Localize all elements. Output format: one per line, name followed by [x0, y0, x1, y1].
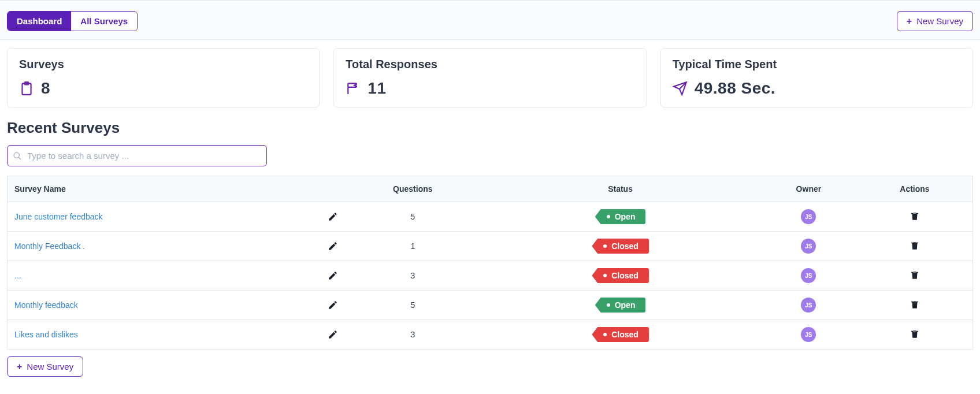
survey-link[interactable]: Likes and dislikes [14, 330, 78, 339]
status-dot-icon [607, 303, 610, 307]
th-questions: Questions [345, 176, 480, 202]
status-badge: Open [595, 209, 646, 224]
questions-cell: 3 [345, 261, 480, 291]
survey-link[interactable]: June customer feedback [14, 212, 103, 221]
survey-link[interactable]: Monthly feedback [14, 300, 78, 310]
stat-title: Surveys [19, 58, 307, 71]
table-row: June customer feedback 5 Open JS [8, 202, 973, 232]
tab-dashboard[interactable]: Dashboard [8, 12, 71, 31]
trash-icon[interactable] [910, 211, 920, 221]
search-input[interactable] [7, 145, 267, 166]
section-title: Recent Surveys [7, 119, 973, 137]
new-survey-label: New Survey [916, 16, 963, 26]
new-survey-button-top[interactable]: + New Survey [897, 11, 973, 31]
questions-cell: 3 [345, 320, 480, 350]
send-icon [673, 81, 688, 96]
status-dot-icon [603, 333, 607, 336]
status-label: Open [615, 212, 636, 221]
stat-value: 11 [368, 79, 386, 98]
tab-group: Dashboard All Surveys [7, 11, 138, 31]
edit-icon[interactable] [328, 270, 338, 281]
th-name: Survey Name [8, 176, 346, 202]
status-label: Open [615, 300, 636, 310]
status-dot-icon [607, 215, 610, 218]
owner-avatar: JS [801, 239, 816, 254]
trash-icon[interactable] [910, 329, 920, 339]
svg-line-3 [18, 157, 21, 159]
status-badge: Closed [592, 327, 649, 342]
status-label: Closed [611, 330, 639, 339]
owner-avatar: JS [801, 327, 816, 342]
clipboard-icon [19, 81, 34, 96]
status-label: Closed [611, 271, 639, 280]
flag-icon [346, 81, 361, 96]
questions-cell: 1 [345, 232, 480, 261]
owner-avatar: JS [801, 268, 816, 283]
stat-title: Typical Time Spent [673, 58, 961, 71]
new-survey-button-bottom[interactable]: + New Survey [7, 356, 83, 377]
survey-link[interactable]: Monthly Feedback . [14, 241, 85, 251]
status-badge: Closed [592, 268, 649, 283]
new-survey-label: New Survey [27, 362, 73, 371]
th-owner: Owner [760, 176, 857, 202]
edit-icon[interactable] [328, 241, 338, 251]
status-badge: Open [595, 298, 646, 313]
trash-icon[interactable] [910, 299, 920, 310]
th-status: Status [480, 176, 760, 202]
plus-icon: + [17, 362, 22, 371]
owner-avatar: JS [801, 209, 816, 224]
table-row: Likes and dislikes 3 Closed JS [8, 320, 973, 350]
table-row: Monthly Feedback . 1 Closed JS [8, 232, 973, 261]
stat-value: 8 [41, 79, 50, 98]
edit-icon[interactable] [328, 300, 338, 310]
questions-cell: 5 [345, 202, 480, 232]
tab-all-surveys[interactable]: All Surveys [71, 12, 137, 31]
stat-value: 49.88 Sec. [695, 79, 775, 98]
owner-avatar: JS [801, 298, 816, 313]
stat-card-responses: Total Responses 11 [333, 48, 646, 107]
stat-title: Total Responses [346, 58, 634, 71]
search-icon [13, 151, 22, 161]
th-actions: Actions [857, 176, 973, 202]
svg-point-2 [14, 153, 19, 158]
surveys-table: Survey Name Questions Status Owner Actio… [7, 176, 973, 350]
plus-icon: + [907, 17, 912, 26]
status-dot-icon [603, 244, 607, 248]
trash-icon[interactable] [910, 270, 920, 280]
questions-cell: 5 [345, 291, 480, 320]
stat-card-surveys: Surveys 8 [7, 48, 320, 107]
trash-icon[interactable] [910, 240, 920, 251]
table-row: Monthly feedback 5 Open JS [8, 291, 973, 320]
stat-card-time: Typical Time Spent 49.88 Sec. [660, 48, 973, 107]
main-content: Surveys 8 Total Responses 11 Typical Tim… [0, 40, 980, 385]
search-wrap [7, 145, 267, 166]
status-dot-icon [603, 274, 607, 277]
top-bar: Dashboard All Surveys + New Survey [0, 0, 980, 40]
table-row: ... 3 Closed JS [8, 261, 973, 291]
stats-row: Surveys 8 Total Responses 11 Typical Tim… [7, 48, 973, 107]
edit-icon[interactable] [328, 329, 338, 340]
survey-link[interactable]: ... [14, 271, 21, 280]
status-badge: Closed [592, 239, 649, 254]
edit-icon[interactable] [328, 211, 338, 222]
status-label: Closed [611, 241, 639, 251]
